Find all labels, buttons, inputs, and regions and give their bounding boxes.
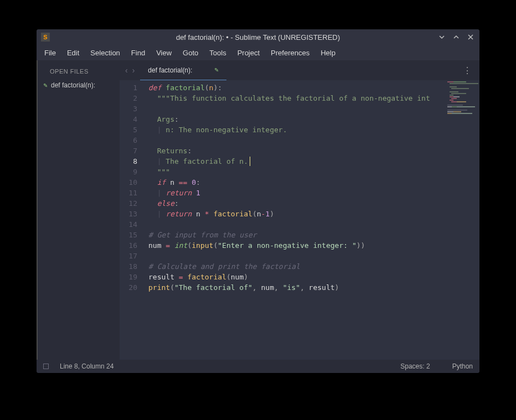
status-syntax[interactable]: Python <box>452 362 473 370</box>
code-line[interactable]: | return n * factorial(n-1) <box>148 209 446 219</box>
code-line[interactable]: | n: The non-negative integer. <box>148 125 446 135</box>
tab-row: ‹ › def factorial(n): ✎ ⋮ <box>120 60 479 80</box>
titlebar[interactable]: S def factorial(n): • - Sublime Text (UN… <box>37 29 479 45</box>
sidebar: OPEN FILES ✎ def factorial(n): <box>37 60 120 360</box>
code-line[interactable]: def factorial(n): <box>148 82 446 93</box>
code-line[interactable]: Args: <box>148 114 446 125</box>
line-number[interactable]: 5 <box>123 125 137 135</box>
tab-overflow-icon[interactable]: ⋮ <box>455 65 479 76</box>
menu-help[interactable]: Help <box>315 46 341 59</box>
line-number[interactable]: 2 <box>123 93 137 103</box>
close-icon[interactable] <box>466 33 475 42</box>
line-number[interactable]: 19 <box>123 272 137 282</box>
window-title: def factorial(n): • - Sublime Text (UNRE… <box>37 33 479 42</box>
menu-edit[interactable]: Edit <box>61 46 85 59</box>
code-line[interactable]: # Calculate and print the factorial <box>148 261 446 272</box>
code-line[interactable]: else: <box>148 198 446 209</box>
text-cursor <box>250 157 250 166</box>
line-number[interactable]: 12 <box>123 198 137 209</box>
menubar: File Edit Selection Find View Goto Tools… <box>37 45 479 60</box>
line-number[interactable]: 6 <box>123 135 137 146</box>
line-number[interactable]: 4 <box>123 114 137 125</box>
line-number[interactable]: 1 <box>123 82 137 93</box>
menu-goto[interactable]: Goto <box>177 46 204 59</box>
maximize-icon[interactable] <box>452 33 461 42</box>
sidebar-open-files-header: OPEN FILES <box>38 60 120 79</box>
line-number[interactable]: 9 <box>123 167 137 177</box>
code-line[interactable]: result = factorial(num) <box>148 272 446 282</box>
sidebar-file-item[interactable]: ✎ def factorial(n): <box>38 79 120 91</box>
minimap[interactable] <box>446 80 479 360</box>
line-number[interactable]: 10 <box>123 177 137 188</box>
code-line[interactable]: """ <box>148 167 446 177</box>
menu-project[interactable]: Project <box>232 46 265 59</box>
app-window: S def factorial(n): • - Sublime Text (UN… <box>37 29 479 373</box>
code-line[interactable]: num = int(input("Enter a non-negative in… <box>148 240 446 251</box>
line-number[interactable]: 14 <box>123 219 137 230</box>
line-number[interactable]: 16 <box>123 240 137 251</box>
line-number[interactable]: 7 <box>123 146 137 156</box>
line-number[interactable]: 3 <box>123 103 137 114</box>
sidebar-file-name: def factorial(n): <box>51 81 95 89</box>
line-number[interactable]: 20 <box>123 282 137 293</box>
minimap-content <box>447 81 478 115</box>
statusbar-left: Line 8, Column 24 <box>43 362 113 370</box>
statusbar-right: Spaces: 2 Python <box>400 362 473 370</box>
tab-active[interactable]: def factorial(n): ✎ <box>140 60 226 80</box>
nav-forward-icon[interactable]: › <box>132 66 135 75</box>
line-number[interactable]: 15 <box>123 230 137 240</box>
gutter[interactable]: 1234567891011121314151617181920 <box>120 80 143 360</box>
statusbar: Line 8, Column 24 Spaces: 2 Python <box>37 360 479 373</box>
status-indent[interactable]: Spaces: 2 <box>400 362 430 370</box>
code-line[interactable]: # Get input from the user <box>148 230 446 240</box>
line-number[interactable]: 17 <box>123 251 137 261</box>
code-line[interactable]: Returns: <box>148 146 446 156</box>
code-line[interactable] <box>148 251 446 261</box>
main-area: OPEN FILES ✎ def factorial(n): ‹ › def f… <box>37 60 479 360</box>
editor-area: ‹ › def factorial(n): ✎ ⋮ 12345678910111… <box>120 60 479 360</box>
code-editor[interactable]: 1234567891011121314151617181920 def fact… <box>120 80 479 360</box>
minimize-icon[interactable] <box>437 33 446 42</box>
menu-tools[interactable]: Tools <box>204 46 231 59</box>
app-icon: S <box>41 33 50 42</box>
menu-view[interactable]: View <box>151 46 177 59</box>
code-text[interactable]: def factorial(n): """This function calcu… <box>143 80 446 360</box>
line-number[interactable]: 18 <box>123 261 137 272</box>
code-line[interactable]: | The factorial of n. <box>148 156 446 167</box>
line-number[interactable]: 13 <box>123 209 137 219</box>
nav-back-icon[interactable]: ‹ <box>125 66 128 75</box>
code-line[interactable]: """This function calculates the factoria… <box>148 93 446 103</box>
tab-modified-icon: ✎ <box>214 67 219 73</box>
line-number[interactable]: 11 <box>123 188 137 198</box>
line-number[interactable]: 8 <box>123 156 137 167</box>
code-line[interactable]: if n == 0: <box>148 177 446 188</box>
menu-find[interactable]: Find <box>126 46 151 59</box>
code-line[interactable] <box>148 135 446 146</box>
code-line[interactable] <box>148 219 446 230</box>
tab-nav: ‹ › <box>120 66 140 75</box>
code-line[interactable] <box>148 103 446 114</box>
modified-icon: ✎ <box>43 82 48 89</box>
code-line[interactable]: print("The factorial of", num, "is", res… <box>148 282 446 293</box>
tab-label: def factorial(n): <box>148 66 192 74</box>
panel-toggle-icon[interactable] <box>43 364 49 369</box>
status-cursor-position[interactable]: Line 8, Column 24 <box>60 362 113 370</box>
menu-file[interactable]: File <box>39 46 61 59</box>
menu-preferences[interactable]: Preferences <box>265 46 315 59</box>
menu-selection[interactable]: Selection <box>85 46 125 59</box>
code-line[interactable]: | return 1 <box>148 188 446 198</box>
window-controls <box>437 33 475 42</box>
